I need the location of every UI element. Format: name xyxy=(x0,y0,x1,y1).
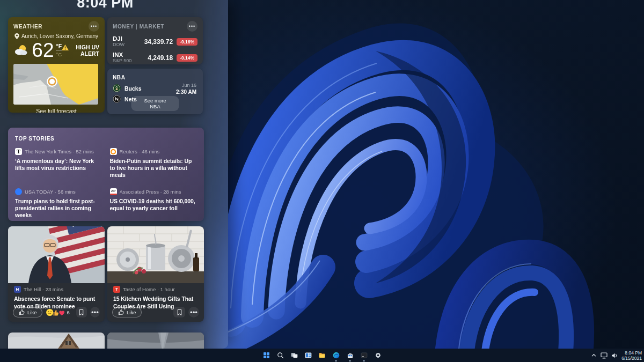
story-headline[interactable]: Biden-Putin summit details: Up to five h… xyxy=(110,158,197,179)
warning-icon xyxy=(62,45,69,50)
bucks-logo-icon xyxy=(113,84,121,92)
story-meta: Associated Press · 28 mins xyxy=(120,189,181,195)
widgets-clock: 8:04 PM xyxy=(0,0,210,11)
story-item[interactable]: Associated Press · 28 mins US COVID-19 d… xyxy=(110,188,197,219)
nba-schedule: Jun 16 2:30 AM xyxy=(176,83,196,95)
desktop: 8:04 PM WEATHER ••• Aurich, Lower Saxony… xyxy=(0,0,644,362)
reaction-count: 6 xyxy=(67,309,69,315)
weather-alert-text: HIGH UV ALERT xyxy=(71,44,99,57)
like-label: Like xyxy=(27,309,36,315)
market-change-badge: -0.14% xyxy=(177,54,197,62)
story-item[interactable]: Reuters · 46 mins Biden-Putin summit det… xyxy=(110,148,197,179)
settings-button[interactable] xyxy=(372,349,384,361)
market-change-badge: -0.16% xyxy=(177,38,197,46)
like-label: Like xyxy=(127,309,136,315)
market-row-inx[interactable]: INX S&P 500 4,249.18 -0.14% xyxy=(113,51,197,64)
unit-celsius-toggle[interactable]: °C xyxy=(56,51,62,57)
news-meta: Taste of Home · 1 hour xyxy=(123,286,175,292)
settings-gear-icon xyxy=(374,351,382,359)
nyt-logo-icon xyxy=(15,148,22,155)
usa-today-logo-icon xyxy=(15,188,22,195)
news-meta: The Hill · 23 mins xyxy=(24,286,63,292)
bookmark-button[interactable] xyxy=(173,307,185,317)
network-icon xyxy=(601,352,608,359)
volume-tray-button[interactable] xyxy=(611,352,618,359)
market-menu-button[interactable]: ••• xyxy=(187,21,197,32)
thumbs-up-icon xyxy=(19,309,25,315)
network-tray-button[interactable] xyxy=(601,352,608,359)
location-pin-icon xyxy=(14,33,19,39)
more-options-button[interactable]: ••• xyxy=(188,307,199,317)
widgets-panel: 8:04 PM WEATHER ••• Aurich, Lower Saxony… xyxy=(0,0,228,349)
edge-button[interactable] xyxy=(330,349,342,361)
taste-of-home-logo-icon xyxy=(113,286,120,293)
like-button[interactable]: Like xyxy=(13,307,42,317)
reaction-emojis-icon xyxy=(46,308,65,316)
market-row-dji[interactable]: DJI DOW 34,339.72 -0.16% xyxy=(113,35,197,48)
file-explorer-button[interactable] xyxy=(316,349,328,361)
market-symbol: INX xyxy=(113,51,131,58)
nba-widget[interactable]: NBA Bucks Nets Jun 16 2:30 AM See more N xyxy=(107,69,203,114)
news-card-partial[interactable] xyxy=(8,333,105,349)
market-widget[interactable]: MONEY | MARKET ••• DJI DOW 34,339.72 -0.… xyxy=(107,17,203,64)
windows-start-icon xyxy=(262,351,270,359)
unit-fahrenheit-toggle[interactable]: °F xyxy=(56,43,62,50)
more-options-button[interactable]: ••• xyxy=(90,307,100,317)
market-value: 4,249.18 xyxy=(148,54,173,62)
taskbar: 8:04 PM 6/15/2021 xyxy=(0,349,644,362)
story-headline[interactable]: US COVID-19 deaths hit 600,000, equal to… xyxy=(110,198,197,212)
bookmark-icon xyxy=(177,309,182,316)
dark-window-icon xyxy=(360,351,368,359)
weather-title: WEATHER xyxy=(13,24,42,29)
task-view-button[interactable] xyxy=(288,349,300,361)
speaker-icon xyxy=(611,352,618,359)
top-stories-widget: TOP STORIES The New York Times · 52 mins… xyxy=(8,128,204,221)
weather-map[interactable] xyxy=(13,64,98,105)
nba-game-time: 2:30 AM xyxy=(176,89,196,95)
see-more-nba-button[interactable]: See more NBA xyxy=(131,96,179,111)
like-button[interactable]: Like xyxy=(112,307,142,317)
news-card[interactable]: The Hill · 23 mins Absences force Senate… xyxy=(8,226,105,322)
weather-menu-button[interactable]: ••• xyxy=(89,21,99,32)
story-item[interactable]: USA TODAY · 56 mins Trump plans to hold … xyxy=(15,188,103,219)
task-view-icon xyxy=(290,351,298,359)
weather-location: Aurich, Lower Saxony, Germany xyxy=(21,33,98,39)
market-value: 34,339.72 xyxy=(144,38,173,46)
tray-date: 6/15/2021 xyxy=(621,356,642,361)
tray-chevron-button[interactable] xyxy=(591,353,597,358)
story-headline[interactable]: Trump plans to hold first post-president… xyxy=(15,198,103,219)
search-button[interactable] xyxy=(274,349,286,361)
chevron-up-icon xyxy=(591,353,597,358)
reactions[interactable]: 6 xyxy=(46,308,69,316)
search-icon xyxy=(276,351,284,359)
news-card-partial[interactable] xyxy=(107,333,204,349)
partly-cloudy-icon xyxy=(13,44,28,57)
tray-clock[interactable]: 8:04 PM 6/15/2021 xyxy=(621,350,642,361)
news-card[interactable]: Taste of Home · 1 hour 15 Kitchen Weddin… xyxy=(107,226,204,322)
story-item[interactable]: The New York Times · 52 mins ‘A momentou… xyxy=(15,148,103,179)
top-stories-title: TOP STORIES xyxy=(15,136,54,142)
weather-widget[interactable]: WEATHER ••• Aurich, Lower Saxony, German… xyxy=(8,17,105,113)
reuters-logo-icon xyxy=(110,148,117,155)
widgets-button[interactable] xyxy=(302,349,314,361)
nba-title: NBA xyxy=(113,75,125,80)
the-hill-logo-icon xyxy=(14,286,21,293)
market-name: S&P 500 xyxy=(113,58,131,64)
bookmark-button[interactable] xyxy=(76,307,87,317)
store-button[interactable] xyxy=(344,349,356,361)
thumbs-up-icon xyxy=(118,309,124,315)
nba-home-team: Bucks xyxy=(125,85,142,92)
see-full-forecast-link[interactable]: See full forecast xyxy=(13,108,99,113)
nets-logo-icon xyxy=(113,95,121,103)
story-headline[interactable]: ‘A momentous day’: New York lifts most v… xyxy=(15,158,103,172)
market-title: MONEY | MARKET xyxy=(113,24,164,29)
nba-game-date: Jun 16 xyxy=(176,83,196,88)
file-explorer-icon xyxy=(318,351,326,359)
edge-browser-icon xyxy=(332,351,340,359)
start-button[interactable] xyxy=(260,349,272,361)
news-photo-house xyxy=(8,333,105,349)
news-photo-kitchen xyxy=(107,226,204,283)
widgets-icon xyxy=(304,351,312,359)
terminal-button[interactable] xyxy=(358,349,370,361)
story-meta: USA TODAY · 56 mins xyxy=(25,189,76,195)
